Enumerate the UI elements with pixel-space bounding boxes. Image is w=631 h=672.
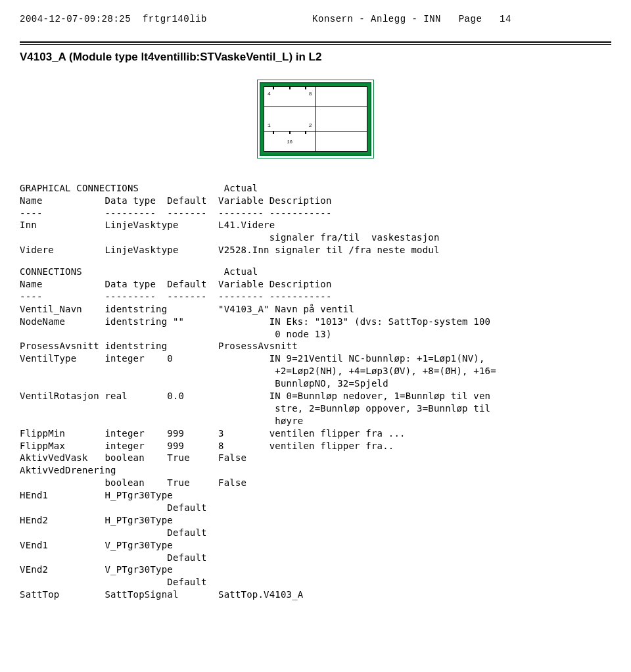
pin-label-4: 4 (268, 91, 271, 98)
header-context: Konsern - Anlegg - INN (312, 14, 441, 24)
connections-row: NodeName identstring "" IN Eks: "1013" (… (20, 316, 611, 328)
connections-row: 0 node 13) (20, 328, 611, 341)
graphical-row: Inn LinjeVasktype L41.Videre (20, 219, 611, 231)
pin-label-1: 1 (268, 122, 271, 130)
connections-row: høyre (20, 415, 611, 427)
connections-row: FlippMax integer 999 8 ventilen flipper … (20, 440, 611, 452)
connections-row: ProsessAvsnitt identstring ProsessAvsnit… (20, 340, 611, 352)
connections-row: AktivVedDrenering (20, 464, 611, 477)
connections-dashes: ---- --------- ------- -------- --------… (20, 291, 611, 303)
connections-row: Default (20, 527, 611, 539)
pin-label-16: 16 (287, 139, 292, 145)
connections-row: VentilType integer 0 IN 9=21Ventil NC-bu… (20, 352, 611, 365)
connections-row: Default (20, 502, 611, 514)
connections-row: Ventil_Navn identstring "V4103_A" Navn p… (20, 303, 611, 316)
page-title: V4103_A (Module type lt4ventillib:STVask… (20, 50, 611, 65)
divider-thin (20, 44, 611, 45)
connections-row: VentilRotasjon real 0.0 IN 0=Bunnløp ned… (20, 390, 611, 402)
header-lib: frtgr140lib (143, 14, 207, 24)
connections-row: VEnd1 V_PTgr30Type (20, 539, 611, 552)
connections-row: FlippMin integer 999 3 ventilen flipper … (20, 427, 611, 440)
module-symbol: 4 8 1 2 1 (20, 80, 611, 162)
pin-label-8: 8 (309, 91, 312, 98)
connections-row: stre, 2=Bunnløp oppover, 3=Bunnløp til (20, 402, 611, 415)
connections-cols: Name Data type Default Variable Descript… (20, 278, 611, 291)
connections-row: HEnd1 H_PTgr30Type (20, 489, 611, 502)
header-page-num: 14 (500, 14, 511, 24)
connections-row: SattTop SattTopSignal SattTop.V4103_A (20, 588, 611, 601)
connections-row: Default (20, 576, 611, 588)
connections-row: HEnd2 H_PTgr30Type (20, 514, 611, 527)
divider-thick (20, 41, 611, 43)
connections-row: boolean True False (20, 477, 611, 489)
graphical-row: signaler fra/til vaskestasjon (20, 231, 611, 244)
graphical-heading: GRAPHICAL CONNECTIONS Actual (20, 182, 611, 195)
graphical-row: Videre LinjeVasktype V2528.Inn signaler … (20, 244, 611, 256)
connections-row: VEnd2 V_PTgr30Type (20, 564, 611, 576)
connections-heading: CONNECTIONS Actual (20, 266, 611, 278)
pin-label-2: 2 (309, 122, 312, 130)
connections-row: +2=Løp2(NH), +4=Løp3(ØV), +8=(ØH), +16= (20, 365, 611, 377)
header-page-label: Page (459, 14, 482, 24)
connections-row: Default (20, 552, 611, 564)
connections-row: AktivVedVask boolean True False (20, 452, 611, 464)
graphical-cols: Name Data type Default Variable Descript… (20, 195, 611, 207)
graphical-dashes: ---- --------- ------- -------- --------… (20, 207, 611, 220)
header-timestamp: 2004-12-07-09:28:25 (20, 14, 131, 24)
page-header: 2004-12-07-09:28:25 frtgr140lib Konsern … (20, 13, 611, 26)
connections-row: BunnløpNO, 32=Spjeld (20, 377, 611, 390)
